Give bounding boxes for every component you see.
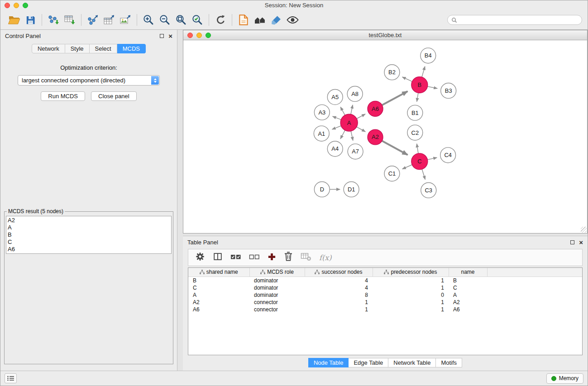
graph-node-A3[interactable]: A3 [314,105,330,120]
run-mcds-button[interactable]: Run MCDS [41,91,85,101]
float-table-panel-icon[interactable] [570,240,574,244]
import-network-button[interactable] [45,12,62,28]
graph-edge-B-B2[interactable] [402,77,412,81]
zoom-window-button[interactable] [23,3,28,8]
open-file-button[interactable] [6,12,22,28]
graph-node-B1[interactable]: B1 [407,105,423,120]
float-panel-icon[interactable] [160,34,164,38]
snapshot-button[interactable] [235,12,252,28]
graph-node-C2[interactable]: C2 [407,125,423,140]
tab-style[interactable]: Style [65,44,90,53]
graph-edge-A-A6[interactable] [357,114,365,119]
import-table-button[interactable] [62,12,78,28]
graph-node-A[interactable]: A [340,114,358,131]
graph-edge-C-C3[interactable] [422,169,425,180]
table-row[interactable]: A2connector11A2 [188,299,582,306]
graph-edge-B-B1[interactable] [417,93,418,101]
zoom-network-window-button[interactable] [206,33,211,38]
column-header-predecessor-nodes[interactable]: predecessor nodes [373,268,449,276]
zoom-in-button[interactable] [140,12,157,28]
graph-node-A1[interactable]: A1 [314,126,329,141]
graph-node-A2[interactable]: A2 [368,129,383,145]
graph-node-C[interactable]: C [411,153,428,170]
table-settings-button[interactable] [195,252,205,263]
column-header-mcds-role[interactable]: MCDS role [249,268,305,276]
tab-network[interactable]: Network [32,44,65,53]
graph-edge-B-B3[interactable] [427,86,437,88]
graph-node-A4[interactable]: A4 [327,141,343,157]
table-row[interactable]: A6connector11A6 [188,306,582,313]
graph-edge-A2-C[interactable] [382,141,408,155]
graph-edge-A-A3[interactable] [333,116,341,119]
resize-grip[interactable] [581,227,587,233]
graph-node-A8[interactable]: A8 [347,86,363,102]
tab-network-table[interactable]: Network Table [388,358,436,367]
graph-node-B4[interactable]: B4 [421,48,436,63]
zoom-out-button[interactable] [157,12,173,28]
memory-button[interactable]: Memory [546,373,583,384]
graph-edge-B-B4[interactable] [422,67,425,77]
mcds-result-item[interactable]: A [8,224,170,231]
close-network-window-button[interactable] [187,33,193,38]
mcds-result-item[interactable]: A6 [8,246,170,253]
graph-node-C4[interactable]: C4 [440,148,456,163]
select-all-button[interactable] [230,252,241,263]
vertical-splitter[interactable] [177,30,183,371]
graph-node-C1[interactable]: C1 [384,166,400,181]
first-neighbors-button[interactable] [252,12,268,28]
graph-edge-A-A2[interactable] [357,127,365,132]
minimize-network-window-button[interactable] [196,33,202,38]
graph-node-A7[interactable]: A7 [348,144,363,159]
tab-node-table[interactable]: Node Table [308,358,349,367]
zoom-selected-button[interactable] [189,12,206,28]
graph-edge-C-C4[interactable] [427,157,437,160]
show-columns-button[interactable] [213,252,223,263]
delete-column-button[interactable] [284,252,293,263]
close-table-panel-icon[interactable]: × [579,239,583,246]
export-network-button[interactable] [85,12,101,28]
graph-node-D[interactable]: D [314,182,330,197]
graph-node-B2[interactable]: B2 [384,65,400,80]
tab-motifs[interactable]: Motifs [436,358,462,367]
graph-node-D1[interactable]: D1 [344,182,359,197]
graph-edge-C-C2[interactable] [417,144,418,153]
graph-edge-A-A1[interactable] [332,126,341,129]
graph-edge-A-A4[interactable] [340,130,345,139]
deselect-all-button[interactable] [249,252,260,263]
graph-node-A6[interactable]: A6 [368,101,383,116]
mcds-result-item[interactable]: B [8,231,170,238]
style-brush-button[interactable] [268,12,284,28]
network-canvas[interactable]: B4B2BB3A5A8A6A3B1AC2A1A2A4A7C4CC1DD1C3 [183,40,587,233]
minimize-window-button[interactable] [14,3,19,8]
graph-node-A5[interactable]: A5 [327,89,343,105]
table-row[interactable]: Bdominator41B [188,276,582,284]
column-header-name[interactable]: name [449,268,487,276]
mcds-result-list[interactable]: A2ABCA6 [6,216,172,254]
graph-edge-A6-B[interactable] [382,91,408,105]
graph-node-B3[interactable]: B3 [441,83,456,99]
mcds-result-item[interactable]: A2 [8,217,170,224]
graph-edge-A-A8[interactable] [351,105,353,114]
refresh-button[interactable] [212,12,229,28]
close-panel-icon[interactable]: × [168,33,172,39]
graph-node-B[interactable]: B [411,77,428,93]
mcds-result-item[interactable]: C [8,238,170,246]
table-row[interactable]: Adominator80A [188,291,582,299]
column-header-shared-name[interactable]: shared name [188,268,249,276]
close-window-button[interactable] [5,3,10,8]
graph-node-C3[interactable]: C3 [421,183,436,198]
table-row[interactable]: Cdominator41C [188,284,582,291]
tab-edge-table[interactable]: Edge Table [349,358,388,367]
graph-edge-A-A7[interactable] [351,131,353,141]
tab-select[interactable]: Select [90,44,117,53]
export-image-button[interactable] [117,12,134,28]
graph-edge-A-A5[interactable] [340,107,345,115]
delete-table-button[interactable] [301,252,311,263]
function-builder-button[interactable]: f(x) [319,253,331,262]
close-panel-button[interactable]: Close panel [91,91,137,101]
save-session-button[interactable] [22,12,38,28]
show-hide-button[interactable] [284,12,301,28]
column-header-successor-nodes[interactable]: successor nodes [305,268,373,276]
tab-mcds[interactable]: MCDS [117,44,146,53]
panel-menu-button[interactable] [5,373,17,383]
